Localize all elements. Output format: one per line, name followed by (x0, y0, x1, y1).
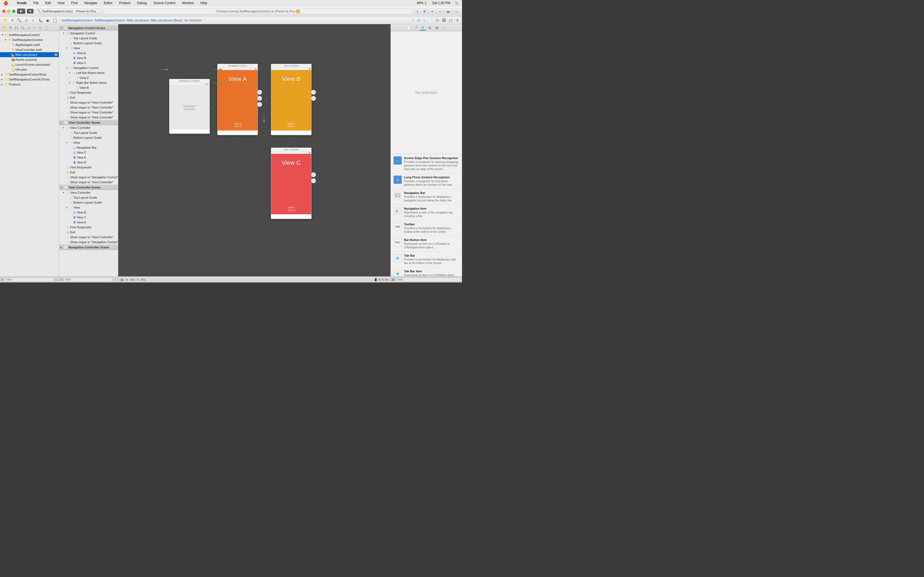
outline-nav-control[interactable]: ▼ ⬡ Navigation Control (59, 31, 118, 36)
file-tree-tests[interactable]: ▶ 📁 SwiftNavigationControlTests (0, 72, 59, 77)
outline-viewb-vc2[interactable]: L View B (59, 210, 118, 215)
run-button[interactable]: ▶ (17, 8, 25, 14)
symbol-nav-icon[interactable]: { } (14, 26, 19, 30)
outline-segue-1[interactable]: ○ Show segue to "View Controller" (59, 100, 118, 105)
stop-button[interactable]: ■ (27, 9, 34, 13)
refresh-icon[interactable]: ↺ (455, 18, 460, 23)
inspector-item-navitem[interactable]: Navigation Item Represents a state of th… (391, 205, 462, 220)
menu-navigate[interactable]: Navigate (83, 1, 98, 5)
inspector-filter-input[interactable] (396, 277, 461, 282)
outline-viewa-vc2[interactable]: B View A (59, 220, 118, 225)
file-tree-appdelegate[interactable]: S AppDelegate.swift (0, 42, 59, 47)
menu-debug[interactable]: Debug (136, 1, 148, 5)
menu-app[interactable]: Xcode (16, 1, 28, 5)
add-file-icon[interactable]: 📄 (427, 18, 434, 23)
outline-bottom-layout-1[interactable]: ▭ Bottom Layout Guide (59, 41, 118, 46)
outline-segue-3[interactable]: ○ Show segue to "View Controller" (59, 110, 118, 115)
outline-bottom-layout-vc1[interactable]: ▭ Bottom Layout Guide (59, 135, 118, 140)
nav-ctrl-scene-2-header[interactable]: ▶ ⬜ Navigation Controller Scene (59, 245, 118, 250)
outline-exit-2[interactable]: ⬡ Exit (59, 170, 118, 175)
editor-standard-button[interactable]: ≡ (414, 8, 420, 14)
file-inspector-icon[interactable]: 📄 (405, 25, 412, 30)
tests-nav-icon[interactable]: ✓ (32, 26, 37, 30)
menu-find[interactable]: Find (70, 1, 79, 5)
breadcrumb-item-4[interactable]: Main.storyboard (Base) (151, 19, 183, 22)
outline-view-vc2[interactable]: ▼ ▢ View (59, 205, 118, 210)
outline-view-b-1[interactable]: B View B (59, 55, 118, 60)
outline-vc-2[interactable]: ▼ ⬡ View Controller (59, 190, 118, 195)
nav-search-icon[interactable]: 🔍 (16, 18, 23, 23)
outline-left-bar[interactable]: ▼ □ Left Bar Button Items (59, 70, 118, 75)
file-tree-mainstoryboard[interactable]: 📐 Main.storyboard M (0, 52, 59, 57)
outline-viewb-bar[interactable]: ▭ View B (59, 85, 118, 90)
close-button[interactable] (2, 10, 5, 13)
inspector-item-tabbar[interactable]: Tab Bar Provides a mechanism for display… (391, 252, 462, 268)
file-tree-launchscreen[interactable]: 📐 LaunchScreen.storyboard (0, 62, 59, 67)
file-tree-uitests[interactable]: ▶ 📁 SwiftNavigationControlUITests (0, 77, 59, 82)
identity-inspector-icon[interactable]: ⊙ (420, 25, 426, 31)
outline-view-c-1[interactable]: B View C (59, 60, 118, 65)
panel-bottom-button[interactable]: ▬ (445, 8, 452, 14)
breadcrumb-item-1[interactable]: SwiftNavigationControl (61, 19, 92, 22)
source-ctrl-icon[interactable]: ⟳ (8, 26, 13, 30)
add-file-button[interactable]: + (1, 277, 3, 282)
nav-report-icon[interactable]: 📋 (52, 18, 58, 23)
nav-control-scene-header[interactable]: ▼ ⬜ Navigation Control Scene (59, 25, 118, 31)
outline-top-layout-vc1[interactable]: ▭ Top Layout Guide (59, 130, 118, 135)
filter-scope-icon[interactable]: ⊞ (392, 278, 395, 282)
find-nav-icon[interactable]: 🔍 (20, 26, 26, 30)
prev-issue-button[interactable]: ‹ (411, 18, 415, 23)
menu-editor[interactable]: Editor (103, 1, 113, 5)
inspector-item-longpress[interactable]: ⊙ Long Press Gesture Recognizer Provides… (391, 173, 462, 189)
inspector-icon[interactable]: ⊙ (435, 18, 440, 23)
inspector-item-pan[interactable]: ↔ Screen Edge Pan Gesture Recognizer Pro… (391, 154, 462, 173)
size-inspector-icon[interactable]: ⊞ (434, 25, 440, 30)
folder-nav-icon[interactable]: 📂 (2, 26, 7, 30)
nav-warning-icon[interactable]: ⚠ (24, 18, 29, 23)
outline-view-1[interactable]: ▼ ▢ View (59, 46, 118, 50)
breadcrumb-item-2[interactable]: SwiftNavigationControl (94, 19, 125, 22)
outline-viewc-bar[interactable]: ▭ View C (59, 75, 118, 80)
outline-filter-input[interactable] (63, 277, 113, 282)
outline-segue-vc1-1[interactable]: ○ Show segue to "Navigation Control" (59, 175, 118, 180)
inspector-item-barbutton[interactable]: Item Bar Button Item Represents an item … (391, 236, 462, 252)
outline-viewa-vc1[interactable]: B View A (59, 155, 118, 160)
outline-view-a[interactable]: L View A (59, 50, 118, 55)
file-tree-products[interactable]: ▶ 📁 Products (0, 82, 59, 87)
nav-folder-icon[interactable]: 📁 (2, 18, 9, 23)
vc-scene-2-header[interactable]: ▼ ⬜ View Controller Scene (59, 185, 118, 190)
outline-filter-options-icon[interactable]: ⋮ (114, 278, 117, 281)
outline-vc-1[interactable]: ▼ ⬡ View Controller (59, 125, 118, 130)
outline-bottom-layout-vc2[interactable]: ▭ Bottom Layout Guide (59, 200, 118, 205)
view-c-scene[interactable]: View Controller View C View A View B (271, 148, 312, 219)
nav-breakpoint-icon[interactable]: ◆ (45, 18, 50, 23)
nav-controller-scene[interactable]: Navigation Controller Navigation Control… (169, 79, 210, 134)
vc-scene-1-header[interactable]: ▼ ⬜ View Controller Scene (59, 120, 118, 125)
outline-view-vc1[interactable]: ▼ ▢ View (59, 140, 118, 145)
snippet-icon[interactable]: { } (448, 18, 454, 23)
file-tree-assets[interactable]: 📦 Assets.xcassets (0, 57, 59, 62)
canvas-zoom-icon[interactable]: ⊞ (120, 277, 124, 282)
outline-first-responder-1[interactable]: ⬡ First Responder (59, 90, 118, 95)
outline-exit-3[interactable]: ⬡ Exit (59, 230, 118, 235)
scheme-selector[interactable]: 🔨 SwiftNavigationControl › iPhone 6s Plu… (35, 8, 102, 14)
file-tree-root[interactable]: ▼ 📁 SwiftNavigationControl (0, 32, 59, 37)
attributes-icon[interactable]: ⊟ (427, 25, 433, 30)
file-tree-infoplist[interactable]: 📋 Info.plist (0, 67, 59, 72)
menu-source-control[interactable]: Source Control (152, 1, 176, 5)
outline-segue-vc1-2[interactable]: ○ Show segue to "View Controller" (59, 180, 118, 185)
canvas-area[interactable]: Navigation Controller Navigation Control… (118, 24, 391, 276)
editor-assistant-button[interactable]: ⊞ (421, 8, 428, 14)
outline-top-layout-1[interactable]: ▭ Top Layout Guide (59, 36, 118, 41)
reports-nav-icon[interactable]: 📋 (44, 26, 49, 30)
outline-nav-ctrl-2[interactable]: ▼ ◁ Navigation Control (59, 65, 118, 70)
panel-right-button[interactable]: ▭ (453, 8, 460, 14)
outline-segue-vc2-1[interactable]: ○ Show segue to "View Controller" (59, 235, 118, 240)
next-issue-button[interactable]: › (422, 18, 426, 23)
outline-segue-2[interactable]: ○ Show segue to "View Controller" (59, 105, 118, 110)
zoom-button[interactable] (12, 10, 15, 13)
menu-help[interactable]: Help (199, 1, 208, 5)
search-menu-icon[interactable]: 🔍 (454, 1, 460, 5)
outline-first-responder-2[interactable]: ⬡ First Responder (59, 165, 118, 170)
inspector-item-tabbaritem[interactable]: Tab Bar Item Represents an item on a UIT… (391, 268, 462, 277)
